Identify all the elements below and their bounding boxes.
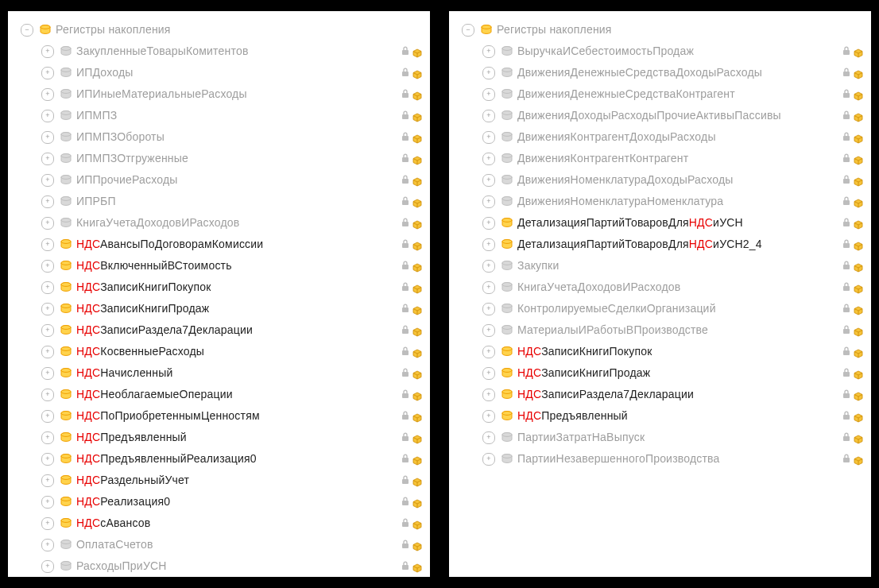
tree-item[interactable]: + ДвиженияКонтрагентКонтрагент bbox=[452, 148, 868, 169]
tree-item[interactable]: + НДСсАвансов bbox=[11, 513, 427, 534]
tree-item[interactable]: + ОплатаСчетов bbox=[11, 534, 427, 555]
expand-icon[interactable]: + bbox=[41, 281, 54, 294]
tree-item[interactable]: + ВыручкаИСебестоимостьПродаж bbox=[452, 41, 868, 62]
expand-icon[interactable]: + bbox=[482, 238, 495, 251]
tree-item[interactable]: + НДСПредъявленныйРеализация0 bbox=[11, 448, 427, 470]
expand-icon[interactable]: + bbox=[482, 174, 495, 187]
expand-icon[interactable]: + bbox=[482, 281, 495, 294]
tree-item[interactable]: + ИПРБП bbox=[11, 191, 427, 212]
expand-icon[interactable]: + bbox=[482, 260, 495, 273]
expand-icon[interactable]: + bbox=[41, 131, 54, 144]
expand-icon[interactable]: + bbox=[41, 517, 54, 530]
tree-item[interactable]: + НДСЗаписиКнигиПокупок bbox=[452, 341, 868, 362]
expand-icon[interactable]: + bbox=[482, 217, 495, 230]
tree-item[interactable]: + ИПМПЗ bbox=[11, 105, 427, 126]
expand-icon[interactable]: + bbox=[41, 45, 54, 58]
tree-item[interactable]: + МатериалыИРаботыВПроизводстве bbox=[452, 319, 868, 341]
expand-icon[interactable]: + bbox=[41, 67, 54, 79]
tree-item[interactable]: + ДвиженияДоходыРасходыПрочиеАктивыПасси… bbox=[452, 105, 868, 126]
tree-header[interactable]: − Регистры накопления bbox=[452, 19, 868, 41]
tree-item[interactable]: + ИППрочиеРасходы bbox=[11, 169, 427, 191]
tree-item[interactable]: + КнигаУчетаДоходовИРасходов bbox=[11, 212, 427, 234]
expand-icon[interactable]: + bbox=[482, 67, 495, 79]
expand-icon[interactable]: + bbox=[41, 217, 54, 230]
expand-icon[interactable]: + bbox=[41, 238, 54, 251]
collapse-icon[interactable]: − bbox=[462, 24, 474, 37]
expand-icon[interactable]: + bbox=[41, 367, 54, 380]
expand-icon[interactable]: + bbox=[482, 110, 495, 122]
tree-item[interactable]: + ИПМПЗОтгруженные bbox=[11, 148, 427, 169]
tree-item[interactable]: + НДСНачисленный bbox=[11, 362, 427, 384]
svg-point-185 bbox=[502, 282, 512, 286]
expand-icon[interactable]: + bbox=[482, 346, 495, 358]
tree-item[interactable]: + ДвиженияКонтрагентДоходыРасходы bbox=[452, 126, 868, 148]
expand-icon[interactable]: + bbox=[41, 431, 54, 444]
expand-icon[interactable]: + bbox=[482, 131, 495, 144]
expand-icon[interactable]: + bbox=[482, 389, 495, 401]
tree-item[interactable]: + НДСРеализация0 bbox=[11, 491, 427, 513]
tree-item[interactable]: + Закупки bbox=[452, 255, 868, 277]
tree-item[interactable]: + РасходыПриУСН bbox=[11, 555, 427, 577]
expand-icon[interactable]: + bbox=[41, 153, 54, 165]
tree-item[interactable]: + НДСЗаписиРаздела7Декларации bbox=[11, 319, 427, 341]
expand-icon[interactable]: + bbox=[41, 195, 54, 208]
tree-item[interactable]: + НДСКосвенныеРасходы bbox=[11, 341, 427, 362]
expand-icon[interactable]: + bbox=[41, 324, 54, 337]
tree-item[interactable]: + КнигаУчетаДоходовИРасходов bbox=[452, 277, 868, 298]
tree-item[interactable]: + ДетализацияПартийТоваровДляНДСиУСН2_4 bbox=[452, 234, 868, 255]
expand-icon[interactable]: + bbox=[482, 367, 495, 380]
expand-icon[interactable]: + bbox=[41, 88, 54, 101]
expand-icon[interactable]: + bbox=[482, 410, 495, 423]
expand-icon[interactable]: + bbox=[41, 496, 54, 509]
tree-item[interactable]: + ИПИныеМатериальныеРасходы bbox=[11, 83, 427, 105]
expand-icon[interactable]: + bbox=[41, 560, 54, 573]
tree-item[interactable]: + НДСНеоблагаемыеОперации bbox=[11, 384, 427, 405]
tree-item[interactable]: + ДвиженияДенежныеСредстваКонтрагент bbox=[452, 83, 868, 105]
tree-item[interactable]: + НДСПоПриобретеннымЦенностям bbox=[11, 405, 427, 427]
tree-item[interactable]: + ЗакупленныеТоварыКомитентов bbox=[11, 41, 427, 62]
expand-icon[interactable]: + bbox=[41, 346, 54, 358]
tree-item[interactable]: + НДСПредъявленный bbox=[452, 405, 868, 427]
expand-icon[interactable]: + bbox=[41, 389, 54, 401]
expand-icon[interactable]: + bbox=[41, 174, 54, 187]
expand-icon[interactable]: + bbox=[41, 303, 54, 315]
tree-item[interactable]: + ДвиженияДенежныеСредстваДоходыРасходы bbox=[452, 62, 868, 83]
tree-item[interactable]: + НДСПредъявленный bbox=[11, 427, 427, 448]
tree-item[interactable]: + ДвиженияНоменклатураДоходыРасходы bbox=[452, 169, 868, 191]
expand-icon[interactable]: + bbox=[482, 453, 495, 466]
expand-icon[interactable]: + bbox=[482, 324, 495, 337]
cube-icon bbox=[412, 156, 422, 165]
expand-icon[interactable]: + bbox=[41, 474, 54, 487]
expand-icon[interactable]: + bbox=[482, 303, 495, 315]
tree-item[interactable]: + ПартииЗатратНаВыпуск bbox=[452, 427, 868, 448]
expand-icon[interactable]: + bbox=[41, 260, 54, 273]
expand-icon[interactable]: + bbox=[482, 45, 495, 58]
tree-item[interactable]: + НДСЗаписиКнигиПродаж bbox=[11, 298, 427, 319]
collapse-icon[interactable]: − bbox=[21, 24, 33, 37]
tree-item-label: НДСПредъявленныйРеализация0 bbox=[76, 448, 257, 470]
tree-item[interactable]: + НДСАвансыПоДоговорамКомиссии bbox=[11, 234, 427, 255]
expand-icon[interactable]: + bbox=[41, 539, 54, 551]
tree-item[interactable]: + НДСЗаписиКнигиПродаж bbox=[452, 362, 868, 384]
expand-icon[interactable]: + bbox=[482, 88, 495, 101]
tree-item[interactable]: + ПартииНезавершенногоПроизводства bbox=[452, 448, 868, 470]
tree-item[interactable]: + НДСЗаписиРаздела7Декларации bbox=[452, 384, 868, 405]
tree-item[interactable]: + ДвиженияНоменклатураНоменклатура bbox=[452, 191, 868, 212]
tree-item-label: НДСНачисленный bbox=[76, 362, 173, 384]
tree-header[interactable]: − Регистры накопления bbox=[11, 19, 427, 41]
tree-item[interactable]: + ДетализацияПартийТоваровДляНДСиУСН bbox=[452, 212, 868, 234]
expand-icon[interactable]: + bbox=[482, 153, 495, 165]
tree-item[interactable]: + КонтролируемыеСделкиОрганизаций bbox=[452, 298, 868, 319]
tree-item[interactable]: + НДСВключенныйВСтоимость bbox=[11, 255, 427, 277]
tree-item[interactable]: + ИПДоходы bbox=[11, 62, 427, 83]
expand-icon[interactable]: + bbox=[482, 195, 495, 208]
expand-icon[interactable]: + bbox=[41, 453, 54, 466]
expand-icon[interactable]: + bbox=[41, 110, 54, 122]
tree-item[interactable]: + НДСРаздельныйУчет bbox=[11, 470, 427, 491]
tree-item[interactable]: + НДСЗаписиКнигиПокупок bbox=[11, 277, 427, 298]
expand-icon[interactable]: + bbox=[41, 410, 54, 423]
expand-icon[interactable]: + bbox=[482, 431, 495, 444]
tree-item[interactable]: + ИПМПЗОбороты bbox=[11, 126, 427, 148]
register-icon bbox=[59, 44, 73, 59]
svg-point-205 bbox=[502, 368, 512, 372]
